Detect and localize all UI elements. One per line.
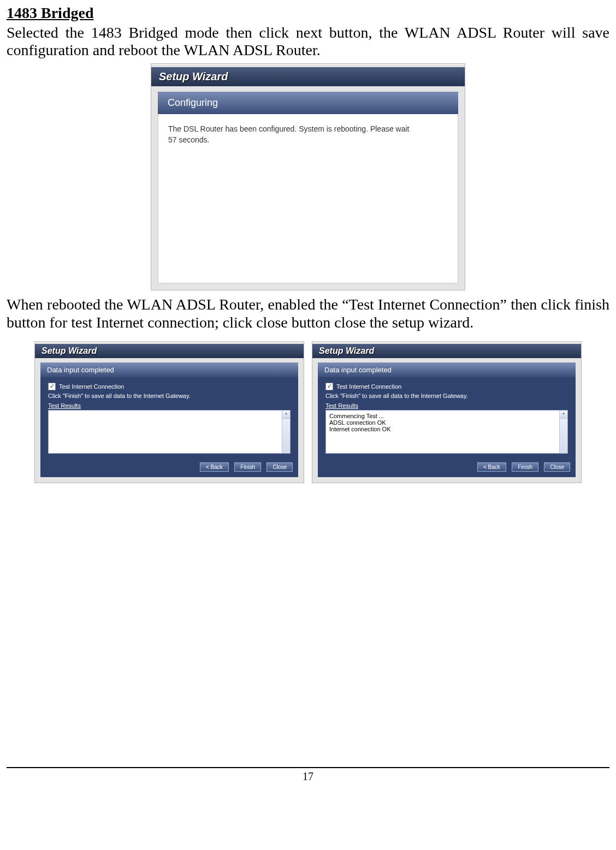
finish-help-text: Click "Finish" to save all data to the I…: [48, 393, 291, 399]
scroll-up-icon[interactable]: ▴: [560, 411, 567, 419]
paragraph-1: Selected the 1483 Bridged mode then clic…: [7, 24, 609, 59]
wizard-title: Setup Wizard: [312, 344, 581, 358]
test-internet-label: Test Internet Connection: [59, 383, 124, 390]
wizard-row: Setup Wizard Data input completed ✓ Test…: [7, 341, 609, 483]
wizard-subtitle-configuring: Configuring: [158, 92, 458, 114]
wizard-subtitle: Data input completed: [318, 362, 576, 377]
finish-help-text: Click "Finish" to save all data to the I…: [325, 393, 568, 399]
results-line1: Commencing Test ...: [329, 413, 564, 419]
test-results-label: Test Results: [325, 402, 568, 409]
test-results-textarea[interactable]: ▴: [48, 410, 291, 454]
test-results-label: Test Results: [48, 402, 291, 409]
results-line3: Internet connection OK: [329, 426, 564, 432]
page-number: 17: [303, 770, 313, 782]
config-msg-line2: 57 seconds.: [168, 135, 448, 146]
wizard-blue-body: ✓ Test Internet Connection Click "Finish…: [318, 377, 576, 458]
wizard-data-input-left: Setup Wizard Data input completed ✓ Test…: [34, 341, 304, 483]
finish-button[interactable]: Finish: [512, 462, 538, 472]
wizard-title: Setup Wizard: [151, 67, 465, 86]
back-button[interactable]: < Back: [200, 462, 229, 472]
scrollbar[interactable]: ▴: [559, 411, 567, 453]
test-results-textarea[interactable]: Commencing Test ... ADSL connection OK I…: [325, 410, 568, 454]
section-heading: 1483 Bridged: [7, 4, 609, 22]
finish-button[interactable]: Finish: [234, 462, 261, 472]
wizard-title: Setup Wizard: [35, 344, 304, 358]
paragraph-2: When rebooted the WLAN ADSL Router, enab…: [7, 296, 609, 331]
button-row: < Back Finish Close: [318, 458, 576, 477]
close-button[interactable]: Close: [266, 462, 293, 472]
close-button[interactable]: Close: [544, 462, 570, 472]
page-footer: 17: [7, 767, 609, 783]
wizard-blue-body: ✓ Test Internet Connection Click "Finish…: [40, 377, 298, 458]
results-line2: ADSL connection OK: [329, 419, 564, 426]
wizard-subtitle: Data input completed: [40, 362, 298, 377]
scrollbar[interactable]: ▴: [282, 411, 290, 453]
test-internet-label: Test Internet Connection: [336, 383, 401, 390]
scroll-up-icon[interactable]: ▴: [282, 411, 290, 419]
test-internet-checkbox[interactable]: ✓: [325, 383, 333, 390]
wizard-configuring: Setup Wizard Configuring The DSL Router …: [151, 63, 465, 290]
wizard-body: The DSL Router has been configured. Syst…: [158, 114, 458, 283]
config-msg-line1: The DSL Router has been configured. Syst…: [168, 124, 448, 135]
button-row: < Back Finish Close: [40, 458, 298, 477]
test-internet-checkbox[interactable]: ✓: [48, 383, 56, 390]
back-button[interactable]: < Back: [477, 462, 506, 472]
wizard-data-input-right: Setup Wizard Data input completed ✓ Test…: [312, 341, 582, 483]
